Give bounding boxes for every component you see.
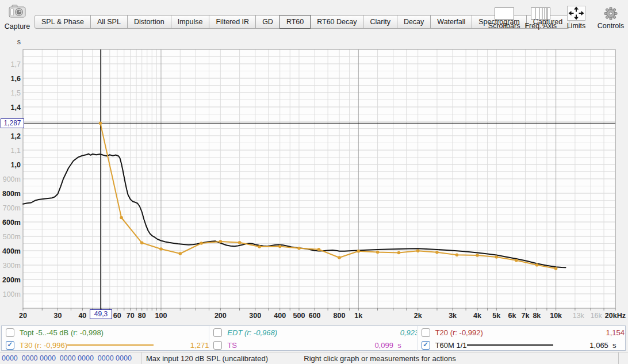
scrollbars-button[interactable]: Scrollbars: [488, 5, 520, 30]
svg-text:s: s: [17, 38, 21, 46]
legend-label-edt: EDT (r: -0,968): [227, 328, 277, 337]
svg-text:200: 200: [215, 312, 227, 320]
legend-item-t30[interactable]: T30 (r: -0,996)1,271 s: [2, 339, 209, 351]
graph-tools: Scrollbars Freq. Axis: [488, 5, 626, 30]
svg-text:1,7: 1,7: [11, 60, 21, 68]
svg-text:800: 800: [334, 312, 346, 320]
svg-text:16k: 16k: [591, 312, 603, 320]
svg-text:300: 300: [249, 312, 261, 320]
svg-text:800m: 800m: [2, 190, 21, 198]
tab-gd[interactable]: GD: [255, 15, 280, 29]
tab-rt60[interactable]: RT60: [279, 15, 311, 29]
tab-all-spl[interactable]: All SPL: [90, 15, 128, 29]
svg-text:300m: 300m: [3, 262, 21, 270]
svg-text:40: 40: [78, 312, 86, 320]
svg-text:400m: 400m: [2, 247, 21, 255]
cursor-freq-box: 49,3: [90, 309, 112, 319]
svg-text:10k: 10k: [550, 312, 562, 320]
svg-text:7k: 7k: [522, 312, 530, 320]
toolbar: Capture SPL & PhaseAll SPLDistortionImpu…: [0, 0, 628, 36]
capture-label: Capture: [2, 22, 33, 30]
rt60-graph[interactable]: s1,71,61,51,41,21,11,0900m800m700m600m50…: [0, 36, 628, 325]
svg-text:1k: 1k: [354, 312, 362, 320]
capture-button[interactable]: Capture: [2, 4, 33, 30]
svg-text:2k: 2k: [414, 312, 422, 320]
svg-text:20kHz: 20kHz: [605, 312, 626, 320]
legend-checkbox-t60m[interactable]: [422, 341, 430, 350]
svg-text:100m: 100m: [3, 290, 21, 298]
legend-value-t30: 1,271 s: [154, 341, 209, 350]
svg-text:1,2: 1,2: [11, 132, 21, 140]
legend-line-sample-t30: [67, 344, 154, 346]
legend-value-topt: 1,326 s: [190, 328, 209, 337]
tab-rt60-decay[interactable]: RT60 Decay: [310, 15, 363, 29]
svg-text:6k: 6k: [508, 312, 516, 320]
legend-line-sample-t20: [483, 332, 569, 333]
svg-text:5k: 5k: [492, 312, 500, 320]
legend-label-t60m: T60M 1/1: [435, 341, 467, 350]
measurement-legend: Topt -5..-45 dB (r: -0,998)1,326 sEDT (r…: [1, 325, 626, 351]
svg-text:700m: 700m: [3, 204, 21, 212]
legend-label-topt: Topt -5..-45 dB (r: -0,998): [20, 328, 104, 337]
rew-window: Capture SPL & PhaseAll SPLDistortionImpu…: [0, 0, 628, 364]
y-axis-labels: s1,71,61,51,41,21,11,0900m800m700m600m50…: [2, 38, 21, 298]
svg-text:1,6: 1,6: [11, 75, 21, 83]
freq-axis-button[interactable]: Freq. Axis: [524, 5, 557, 30]
svg-text:20: 20: [19, 312, 27, 320]
legend-value-ts: 0,099 s: [338, 341, 417, 350]
legend-line-sample-topt: [104, 332, 190, 333]
controls-button[interactable]: Controls: [596, 5, 626, 30]
svg-text:100: 100: [155, 312, 167, 320]
gear-icon: [596, 5, 626, 21]
limits-button[interactable]: Limits: [561, 5, 591, 30]
svg-text:8k: 8k: [533, 312, 541, 320]
tab-filtered-ir[interactable]: Filtered IR: [209, 15, 256, 29]
camera-icon: [7, 4, 28, 20]
legend-label-t30: T30 (r: -0,996): [20, 341, 67, 350]
legend-item-ts[interactable]: TS0,099 s: [209, 339, 417, 351]
legend-item-edt[interactable]: EDT (r: -0,968)0,923 s: [209, 326, 417, 339]
limits-icon: [561, 5, 591, 21]
legend-checkbox-topt[interactable]: [6, 328, 14, 337]
svg-text:3k: 3k: [449, 312, 457, 320]
hint-text: Right click graph or measurements for ac…: [304, 354, 455, 363]
svg-text:500: 500: [293, 312, 305, 320]
tab-spl-phase[interactable]: SPL & Phase: [35, 15, 91, 29]
svg-text:60: 60: [113, 312, 121, 320]
tab-impulse[interactable]: Impulse: [171, 15, 210, 29]
legend-line-sample-edt: [277, 332, 363, 333]
legend-label-t20: T20 (r: -0,992): [435, 328, 483, 337]
status-main: Max input 120 dB SPL (uncalibrated) Righ…: [141, 352, 619, 364]
legend-line-sample-t60m: [467, 344, 553, 346]
svg-text:13k: 13k: [573, 312, 585, 320]
tab-decay[interactable]: Decay: [397, 15, 431, 29]
tab-waterfall[interactable]: Waterfall: [430, 15, 472, 29]
tab-clarity[interactable]: Clarity: [363, 15, 397, 29]
legend-checkbox-t20[interactable]: [422, 328, 430, 337]
status-bar: 0000 0000 0000 0000 0000 0000 0000 Max i…: [0, 352, 628, 364]
svg-text:1,4: 1,4: [11, 104, 21, 112]
legend-line-sample-ts: [244, 344, 331, 346]
svg-text:1,0: 1,0: [11, 161, 21, 169]
max-input-status: Max input 120 dB SPL (uncalibrated): [146, 354, 268, 363]
legend-value-edt: 0,923 s: [363, 328, 418, 337]
legend-item-topt[interactable]: Topt -5..-45 dB (r: -0,998)1,326 s: [2, 326, 209, 339]
legend-item-t60m[interactable]: T60M 1/11,065 s: [418, 339, 625, 351]
svg-text:1,5: 1,5: [11, 89, 21, 97]
tab-distortion[interactable]: Distortion: [127, 15, 171, 29]
svg-text:30: 30: [54, 312, 62, 320]
legend-checkbox-t30[interactable]: [6, 341, 14, 350]
svg-text:900m: 900m: [3, 175, 21, 183]
legend-checkbox-ts[interactable]: [213, 341, 222, 350]
resize-grip: [619, 352, 628, 364]
legend-item-t20[interactable]: T20 (r: -0,992)1,154 s: [418, 326, 625, 339]
input-level-meters: 0000 0000 0000 0000 0000 0000 0000: [0, 352, 141, 364]
legend-value-t60m: 1,065 s: [553, 341, 625, 350]
svg-text:1,1: 1,1: [11, 147, 21, 155]
rt60-plot: s1,71,61,51,41,21,11,0900m800m700m600m50…: [0, 36, 628, 325]
legend-checkbox-edt[interactable]: [213, 328, 222, 337]
svg-text:400: 400: [274, 312, 286, 320]
scrollbars-icon: [488, 5, 520, 21]
legend-label-ts: TS: [227, 341, 237, 350]
svg-text:70: 70: [127, 312, 135, 320]
